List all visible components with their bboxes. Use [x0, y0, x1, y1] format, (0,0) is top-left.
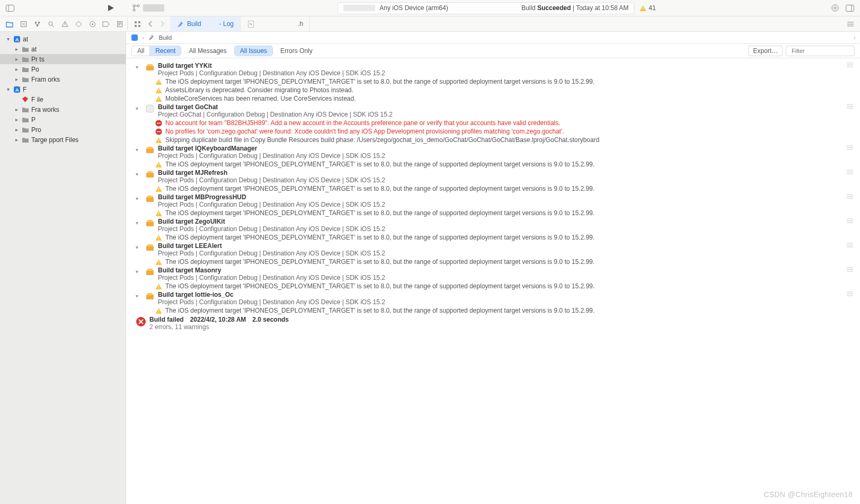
- warning-message[interactable]: The iOS deployment target 'IPHONEOS_DEPL…: [136, 209, 860, 217]
- detail-icon[interactable]: [846, 193, 854, 199]
- forward-button[interactable]: [156, 17, 168, 30]
- target-header[interactable]: ▾Build target ZegoUIKitProject Pods | Co…: [136, 217, 860, 233]
- warning-message[interactable]: The iOS deployment target 'IPHONEOS_DEPL…: [136, 258, 860, 266]
- disclosure-icon[interactable]: ▾: [5, 86, 11, 92]
- detail-icon[interactable]: [846, 267, 854, 272]
- target-header[interactable]: ▾Build target GoChatProject GoChat | Con…: [136, 103, 860, 119]
- library-button[interactable]: [829, 2, 841, 14]
- project-navigator-icon[interactable]: [3, 17, 16, 30]
- scope-all[interactable]: All: [132, 46, 150, 56]
- sidebar-item[interactable]: F ile: [0, 94, 126, 104]
- tab-build[interactable]: Build - Log: [170, 16, 241, 31]
- target-header[interactable]: ▾Build target LEEAlertProject Pods | Con…: [136, 242, 860, 258]
- disclosure-icon[interactable]: ▸: [14, 66, 19, 72]
- editor-grid-icon[interactable]: [131, 17, 144, 30]
- detail-icon[interactable]: [846, 218, 854, 224]
- target-subtitle: Project Pods | Configuration Debug | Des…: [158, 152, 385, 160]
- detail-icon[interactable]: [846, 103, 854, 109]
- disclosure-icon[interactable]: ▸: [14, 76, 19, 82]
- breakpoint-navigator-icon[interactable]: [100, 17, 112, 30]
- sidebar-item[interactable]: ▸Pr ts: [0, 54, 126, 64]
- scope-recent[interactable]: Recent: [150, 46, 181, 56]
- disclosure-icon[interactable]: ▸: [14, 107, 19, 112]
- warning-message[interactable]: MobileCoreServices has been renamed. Use…: [136, 94, 860, 103]
- disclosure-icon[interactable]: ▸: [14, 117, 19, 122]
- disclosure-icon[interactable]: ▾: [136, 269, 142, 275]
- disclosure-icon[interactable]: ▸: [14, 137, 19, 143]
- sidebar-item[interactable]: ▸Po: [0, 64, 126, 74]
- filter-input[interactable]: [792, 48, 860, 54]
- tab-header-file[interactable]: h .h: [241, 16, 310, 31]
- disclosure-icon[interactable]: ▾: [136, 147, 142, 153]
- warning-message[interactable]: The iOS deployment target 'IPHONEOS_DEPL…: [136, 160, 860, 169]
- sidebar-item[interactable]: ▾AF: [0, 84, 126, 94]
- filter-field[interactable]: [786, 46, 855, 56]
- project-navigator[interactable]: ▾A at▸ at▸Pr ts▸Po ▸Fram orks▾AF F ile▸F…: [0, 32, 126, 504]
- build-failed-summary[interactable]: Build failed2022/4/2, 10:28 AM2.0 second…: [126, 315, 860, 332]
- error-message[interactable]: No profiles for 'com.zego.gochat' were f…: [136, 127, 860, 136]
- sidebar-item[interactable]: ▸Pro: [0, 125, 126, 135]
- source-control-navigator-icon[interactable]: [17, 17, 30, 30]
- test-navigator-icon[interactable]: [72, 17, 85, 30]
- detail-icon[interactable]: [846, 62, 854, 68]
- svg-rect-7: [643, 7, 643, 9]
- disclosure-icon[interactable]: ▸: [14, 56, 19, 62]
- sidebar-item[interactable]: ▸Fram orks: [0, 74, 126, 84]
- inspector-toggle-icon[interactable]: [844, 2, 856, 14]
- adjust-editor-icon[interactable]: [844, 17, 857, 30]
- breadcrumb[interactable]: › Build ‹: [126, 32, 860, 44]
- symbol-navigator-icon[interactable]: [31, 17, 43, 30]
- disclosure-icon[interactable]: ▾: [136, 220, 142, 226]
- back-button[interactable]: [145, 17, 156, 30]
- warning-message[interactable]: Skipping duplicate build file in Copy Bu…: [136, 136, 860, 144]
- warning-message[interactable]: The iOS deployment target 'IPHONEOS_DEPL…: [136, 184, 860, 193]
- filter-errors-only[interactable]: Errors Only: [276, 47, 317, 55]
- error-message[interactable]: No account for team "B82BHJ5H89". Add a …: [136, 119, 860, 127]
- issue-navigator-icon[interactable]: [58, 17, 71, 30]
- filter-all-messages[interactable]: All Messages: [184, 47, 230, 55]
- disclosure-icon[interactable]: ▾: [136, 64, 142, 70]
- warning-message[interactable]: The iOS deployment target 'IPHONEOS_DEPL…: [136, 77, 860, 86]
- target-header[interactable]: ▾Build target lottie-ios_OcProject Pods …: [136, 290, 860, 306]
- disclosure-icon[interactable]: ▸: [14, 46, 19, 52]
- filter-all-issues[interactable]: All Issues: [234, 46, 273, 56]
- warning-message[interactable]: The iOS deployment target 'IPHONEOS_DEPL…: [136, 233, 860, 242]
- disclosure-icon[interactable]: ▾: [136, 244, 142, 250]
- sidebar-item[interactable]: ▸Fra works: [0, 104, 126, 114]
- sidebar-item[interactable]: ▾A at: [0, 34, 126, 44]
- build-log[interactable]: ▾Build target YYKitProject Pods | Config…: [126, 58, 860, 504]
- warning-count-badge[interactable]: 41: [640, 2, 655, 14]
- target-header[interactable]: ▾Build target MasonryProject Pods | Conf…: [136, 266, 860, 282]
- detail-icon[interactable]: [846, 169, 854, 175]
- disclosure-icon[interactable]: ▾: [136, 171, 142, 177]
- disclosure-icon[interactable]: ▾: [136, 105, 142, 111]
- sidebar-item[interactable]: ▸Targe pport Files: [0, 135, 126, 145]
- sidebar-toggle-icon[interactable]: [4, 2, 16, 14]
- disclosure-icon[interactable]: ▾: [136, 196, 142, 201]
- target-header[interactable]: ▾Build target MBProgressHUDProject Pods …: [136, 193, 860, 209]
- collapse-chevron-icon[interactable]: ‹: [854, 34, 856, 41]
- warning-message[interactable]: The iOS deployment target 'IPHONEOS_DEPL…: [136, 282, 860, 290]
- debug-navigator-icon[interactable]: [86, 17, 99, 30]
- find-navigator-icon[interactable]: [45, 17, 57, 30]
- sidebar-item[interactable]: ▸ at: [0, 44, 126, 54]
- detail-icon[interactable]: [846, 145, 854, 151]
- scheme-selector[interactable]: [132, 4, 164, 12]
- disclosure-icon[interactable]: ▸: [14, 127, 19, 132]
- warning-message[interactable]: The iOS deployment target 'IPHONEOS_DEPL…: [136, 306, 860, 315]
- status-box[interactable]: Any iOS Device (arm64) Build Succeeded |…: [338, 2, 634, 14]
- window-toolbar: Any iOS Device (arm64) Build Succeeded |…: [0, 0, 860, 16]
- warning-message[interactable]: AssetsLibrary is deprecated. Consider mi…: [136, 86, 860, 94]
- target-header[interactable]: ▾Build target YYKitProject Pods | Config…: [136, 61, 860, 77]
- run-button[interactable]: [105, 2, 117, 14]
- svg-rect-63: [158, 98, 159, 100]
- report-navigator-icon[interactable]: [113, 17, 126, 30]
- export-button[interactable]: Export…: [748, 46, 783, 56]
- detail-icon[interactable]: [846, 242, 854, 248]
- disclosure-icon[interactable]: ▾: [5, 36, 11, 42]
- disclosure-icon[interactable]: ▾: [136, 293, 142, 299]
- target-header[interactable]: ▾Build target IQKeyboardManagerProject P…: [136, 144, 860, 160]
- target-header[interactable]: ▾Build target MJRefreshProject Pods | Co…: [136, 169, 860, 184]
- detail-icon[interactable]: [846, 291, 854, 297]
- sidebar-item[interactable]: ▸P: [0, 114, 126, 125]
